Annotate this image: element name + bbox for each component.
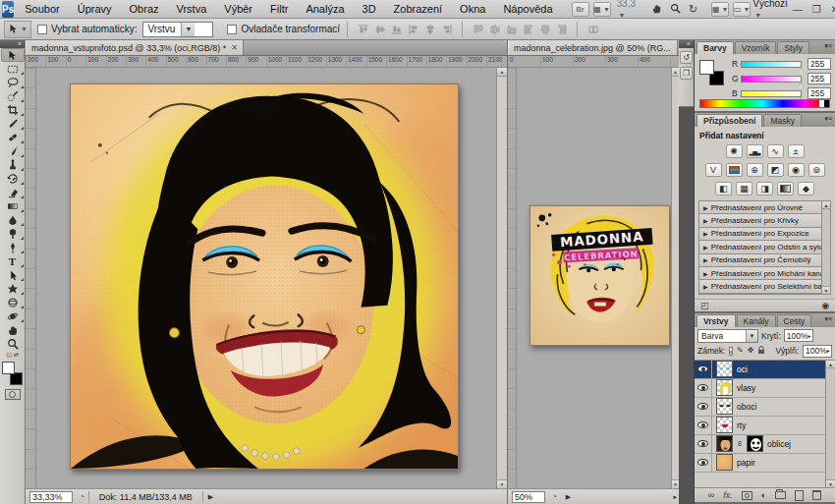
- blue-value-field[interactable]: 255: [807, 87, 831, 99]
- scroll-up-icon[interactable]: ▲: [822, 201, 830, 209]
- hand-tool-shortcut-icon[interactable]: [651, 3, 662, 16]
- align-horizontal-centers-icon[interactable]: [422, 22, 437, 36]
- brush-tool[interactable]: [1, 144, 25, 158]
- menu-item[interactable]: Soubor: [16, 0, 68, 19]
- visibility-toggle[interactable]: [695, 417, 712, 434]
- eraser-tool[interactable]: [1, 186, 25, 199]
- scroll-down-icon[interactable]: ▼: [822, 286, 830, 294]
- blend-mode-dropdown[interactable]: Barva▼: [697, 329, 758, 343]
- zoom-tool[interactable]: [1, 337, 25, 351]
- tab-barvy[interactable]: Barvy: [696, 41, 734, 54]
- hand-tool[interactable]: [1, 323, 25, 337]
- rectangular-marquee-tool[interactable]: [1, 62, 25, 76]
- preset-item[interactable]: ▶Přednastavení pro Úrovně: [699, 201, 821, 214]
- tab-cesty[interactable]: Cesty: [777, 314, 812, 327]
- selective-color-icon[interactable]: ◆: [798, 182, 814, 196]
- posterize-icon[interactable]: ▦: [736, 182, 752, 196]
- scroll-up-icon[interactable]: ▲: [497, 68, 507, 77]
- layer-row-oci[interactable]: oci: [695, 361, 825, 379]
- expand-triangle-icon[interactable]: ▶: [703, 270, 708, 277]
- scroll-down-icon[interactable]: ▼: [826, 479, 835, 487]
- auto-select-checkbox[interactable]: [37, 25, 47, 34]
- layer-row-oboci[interactable]: oboci: [695, 398, 825, 417]
- auto-align-layers-icon[interactable]: [585, 22, 600, 36]
- default-swap-colors-icon[interactable]: ◱ ⇄: [4, 353, 22, 360]
- visibility-toggle[interactable]: [695, 398, 712, 416]
- layer-row-vlasy[interactable]: vlasy: [695, 379, 825, 398]
- layer-row-oblicej[interactable]: 8 oblicej: [695, 435, 825, 454]
- green-value-field[interactable]: 255: [807, 73, 831, 84]
- crop-tool[interactable]: [1, 103, 25, 117]
- menu-item[interactable]: Nápověda: [494, 0, 561, 19]
- 3d-rotate-tool[interactable]: [1, 296, 25, 309]
- move-tool[interactable]: [1, 48, 25, 62]
- layer-mask-thumbnail[interactable]: [747, 435, 763, 452]
- layer-name[interactable]: oboci: [737, 402, 756, 412]
- curves-icon[interactable]: ∿: [767, 144, 784, 158]
- color-ramp[interactable]: [699, 99, 830, 108]
- tool-preset-picker[interactable]: ▼: [4, 21, 31, 38]
- menu-item[interactable]: Vrstva: [168, 0, 216, 19]
- expand-triangle-icon[interactable]: ▶: [703, 244, 708, 251]
- doc1-tab[interactable]: madonna_vstupnifoto.psd @ 33,3% (oci,RGB…: [26, 40, 244, 55]
- doc2-tab-close-icon[interactable]: ✕: [676, 40, 678, 55]
- layer-name[interactable]: oci: [737, 364, 748, 374]
- screen-mode-button[interactable]: ▭▼: [733, 2, 751, 17]
- arrange-documents-button[interactable]: ▦▼: [711, 2, 729, 17]
- red-value-field[interactable]: 255: [807, 58, 831, 70]
- doc2-tab[interactable]: madonna_celebration.jpg @ 50% (RG... ✕: [508, 40, 678, 55]
- panel-menu-icon[interactable]: ▾≡: [824, 315, 832, 323]
- 3d-orbit-tool[interactable]: [1, 309, 25, 323]
- preset-item[interactable]: ▶Přednastavení pro Černobílý: [699, 254, 821, 267]
- gradient-tool[interactable]: [1, 199, 25, 213]
- dodge-tool[interactable]: [1, 227, 25, 241]
- align-vertical-centers-icon[interactable]: [372, 22, 387, 36]
- lock-paint-icon[interactable]: ✎: [737, 346, 744, 356]
- view-extras-button[interactable]: ▦▼: [593, 2, 611, 17]
- fill-field[interactable]: 100%▸: [803, 345, 832, 358]
- menu-item[interactable]: Obraz: [121, 0, 168, 19]
- layer-thumbnail[interactable]: [716, 454, 733, 471]
- clone-stamp-tool[interactable]: [1, 158, 25, 172]
- invert-icon[interactable]: ◧: [715, 182, 732, 196]
- layer-name[interactable]: papir: [737, 458, 755, 468]
- doc2-canvas[interactable]: MADONNA CELEBRATION: [517, 68, 671, 488]
- mask-link-icon[interactable]: 8: [738, 440, 742, 447]
- doc2-zoom-field[interactable]: 50%: [512, 491, 545, 503]
- tab-styly[interactable]: Styly: [777, 41, 808, 54]
- align-right-edges-icon[interactable]: [439, 22, 454, 36]
- scroll-down-icon[interactable]: ▼: [672, 479, 679, 488]
- layer-name[interactable]: oblicej: [767, 439, 791, 449]
- menu-item[interactable]: Analýza: [297, 0, 353, 19]
- new-group-icon[interactable]: [775, 491, 786, 499]
- layer-name[interactable]: vlasy: [737, 383, 755, 393]
- layer-thumbnail[interactable]: [716, 435, 733, 452]
- lock-all-icon[interactable]: [757, 345, 765, 357]
- expand-triangle-icon[interactable]: ▶: [703, 256, 708, 263]
- preset-item[interactable]: ▶Přednastavení pro Odstín a sytost: [699, 241, 821, 253]
- dock-collapse-handle[interactable]: «: [679, 40, 694, 48]
- menu-item[interactable]: Úpravy: [69, 0, 121, 19]
- visibility-toggle[interactable]: [695, 379, 712, 397]
- menu-item[interactable]: Výběr: [215, 0, 261, 19]
- tab-kanaly[interactable]: Kanály: [737, 314, 776, 327]
- preset-item[interactable]: ▶Přednastavení pro Expozice: [699, 228, 821, 241]
- history-brush-tool[interactable]: [1, 172, 25, 186]
- type-tool[interactable]: T: [1, 254, 25, 268]
- tab-prizpusobeni[interactable]: Přizpůsobení: [696, 114, 762, 127]
- distribute-right-edges-icon[interactable]: [554, 22, 569, 36]
- close-button[interactable]: ✕: [831, 4, 835, 15]
- distribute-vertical-centers-icon[interactable]: [487, 22, 502, 36]
- channel-mixer-icon[interactable]: ⊚: [808, 163, 825, 177]
- tab-masky[interactable]: Masky: [763, 114, 802, 127]
- foreground-background-colors[interactable]: [2, 362, 24, 385]
- pen-tool[interactable]: [1, 241, 25, 254]
- hue-saturation-icon[interactable]: [726, 163, 743, 177]
- align-top-edges-icon[interactable]: [356, 22, 370, 36]
- exposure-icon[interactable]: ±: [788, 144, 805, 158]
- layer-thumbnail[interactable]: [716, 417, 733, 433]
- distribute-bottom-edges-icon[interactable]: [504, 22, 519, 36]
- align-left-edges-icon[interactable]: [406, 22, 420, 36]
- new-layer-icon[interactable]: [795, 490, 804, 501]
- expand-triangle-icon[interactable]: ▶: [703, 217, 708, 224]
